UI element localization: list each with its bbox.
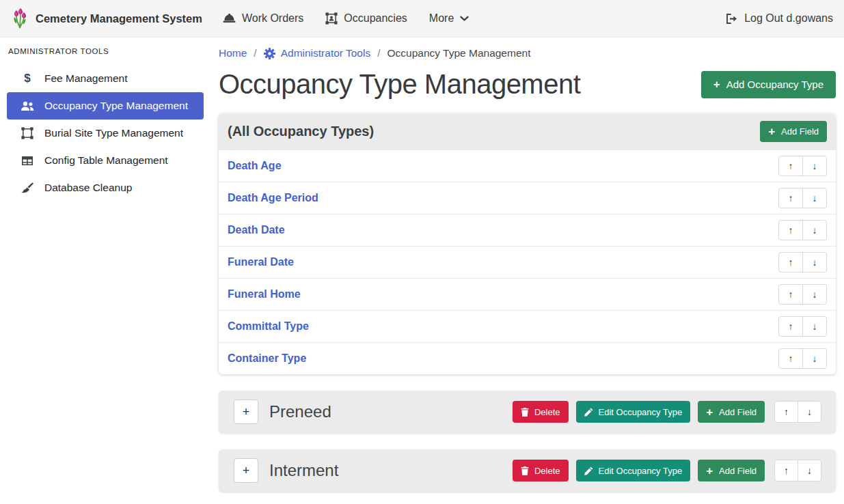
section-title: Interment xyxy=(269,461,513,480)
field-row: Death Date ↑ ↓ xyxy=(219,214,836,246)
edit-occupancy-type-label: Edit Occupancy Type xyxy=(599,407,683,417)
add-occupancy-type-button[interactable]: + Add Occupancy Type xyxy=(701,71,836,98)
delete-label: Delete xyxy=(534,407,560,417)
move-up-button[interactable]: ↑ xyxy=(778,284,803,305)
nav-item-more[interactable]: More xyxy=(418,12,480,25)
nav-label: Work Orders xyxy=(242,12,303,25)
sidebar-item-label: Burial Site Type Management xyxy=(44,127,183,139)
navbar-links: Work Orders Occupancies More xyxy=(212,12,480,25)
users-icon xyxy=(19,101,36,111)
move-up-button[interactable]: ↑ xyxy=(778,220,803,240)
sidebar-item-label: Database Cleanup xyxy=(44,182,132,194)
plus-icon: + xyxy=(713,79,720,90)
delete-button[interactable]: Delete xyxy=(513,401,569,423)
field-row: Container Type ↑ ↓ xyxy=(219,342,836,374)
edit-occupancy-type-button[interactable]: Edit Occupancy Type xyxy=(576,401,691,423)
edit-occupancy-type-label: Edit Occupancy Type xyxy=(599,466,683,476)
expand-section-button[interactable]: + xyxy=(234,458,258,483)
reorder-button-group: ↑ ↓ xyxy=(778,284,827,305)
breadcrumb-admin-tools-link[interactable]: Administrator Tools xyxy=(264,47,371,59)
expand-section-button[interactable]: + xyxy=(234,400,258,424)
move-up-button[interactable]: ↑ xyxy=(778,348,803,369)
logout-button[interactable]: Log Out d.gowans xyxy=(726,12,833,25)
delete-button[interactable]: Delete xyxy=(513,460,569,481)
edit-occupancy-type-button[interactable]: Edit Occupancy Type xyxy=(576,460,691,481)
add-field-label: Add Field xyxy=(781,126,819,137)
broom-icon xyxy=(19,182,36,193)
reorder-button-group: ↑ ↓ xyxy=(778,316,827,337)
reorder-button-group: ↑ ↓ xyxy=(778,348,827,369)
all-occupancy-types-title: (All Occupancy Types) xyxy=(228,124,374,139)
sidebar-item-label: Fee Management xyxy=(44,72,128,85)
reorder-button-group: ↑ ↓ xyxy=(778,188,827,208)
move-up-button[interactable]: ↑ xyxy=(774,460,798,481)
add-field-button[interactable]: + Add Field xyxy=(760,121,827,142)
plus-icon: + xyxy=(706,465,713,477)
field-row: Funeral Home ↑ ↓ xyxy=(219,278,836,310)
move-up-button[interactable]: ↑ xyxy=(774,401,798,423)
field-link[interactable]: Funeral Home xyxy=(228,288,301,300)
add-occupancy-type-label: Add Occupancy Type xyxy=(726,79,823,90)
breadcrumb-home-link[interactable]: Home xyxy=(219,47,247,59)
move-up-button[interactable]: ↑ xyxy=(778,252,803,272)
reorder-button-group: ↑ ↓ xyxy=(778,220,827,240)
add-field-label: Add Field xyxy=(719,407,757,417)
nav-label: Occupancies xyxy=(344,12,407,25)
move-down-button[interactable]: ↓ xyxy=(798,401,821,423)
field-row: Death Age ↑ ↓ xyxy=(219,150,836,182)
top-navbar: Cemetery Management System Work Orders xyxy=(0,0,844,38)
sign-out-icon xyxy=(726,14,738,24)
tulips-logo-icon xyxy=(11,8,29,29)
move-down-button[interactable]: ↓ xyxy=(802,252,827,272)
occupancy-type-section-bar: + Interment Delete xyxy=(219,449,836,492)
nav-item-work-orders[interactable]: Work Orders xyxy=(212,12,314,25)
move-up-button[interactable]: ↑ xyxy=(778,316,803,337)
nav-label: More xyxy=(429,12,454,25)
breadcrumb-admin-label: Administrator Tools xyxy=(281,47,371,59)
move-down-button[interactable]: ↓ xyxy=(802,316,827,337)
trash-icon xyxy=(521,408,529,417)
move-down-button[interactable]: ↓ xyxy=(802,220,827,240)
move-down-button[interactable]: ↓ xyxy=(798,460,821,481)
sidebar-item-burial-site-type-management[interactable]: Burial Site Type Management xyxy=(7,120,204,147)
sidebar-item-config-table-management[interactable]: Config Table Management xyxy=(7,147,204,174)
add-field-button[interactable]: + Add Field xyxy=(698,460,765,481)
field-row: Committal Type ↑ ↓ xyxy=(219,310,836,342)
field-link[interactable]: Funeral Date xyxy=(228,256,294,268)
move-up-button[interactable]: ↑ xyxy=(778,156,803,176)
chevron-down-icon xyxy=(460,16,469,22)
main-content: Home / Ad xyxy=(212,38,844,504)
field-link[interactable]: Death Date xyxy=(228,224,285,236)
occupancy-frame-icon xyxy=(325,12,338,25)
field-link[interactable]: Committal Type xyxy=(228,320,309,333)
add-field-label: Add Field xyxy=(719,466,757,476)
sidebar: ADMINISTRATOR TOOLS $ Fee Management Occ… xyxy=(0,38,212,504)
sidebar-item-occupancy-type-management[interactable]: Occupancy Type Management xyxy=(7,92,204,120)
breadcrumb-separator: / xyxy=(254,47,256,59)
app-title: Cemetery Management System xyxy=(36,12,202,25)
move-down-button[interactable]: ↓ xyxy=(802,188,827,208)
move-down-button[interactable]: ↓ xyxy=(802,348,827,369)
field-link[interactable]: Death Age Period xyxy=(228,192,318,204)
move-down-button[interactable]: ↓ xyxy=(802,156,827,176)
field-link[interactable]: Container Type xyxy=(228,352,306,365)
field-row: Death Age Period ↑ ↓ xyxy=(219,182,836,214)
move-up-button[interactable]: ↑ xyxy=(778,188,803,208)
dollar-sign-icon: $ xyxy=(19,72,36,85)
breadcrumb-separator: / xyxy=(377,47,380,59)
move-down-button[interactable]: ↓ xyxy=(802,284,827,305)
reorder-button-group: ↑ ↓ xyxy=(774,401,821,423)
sidebar-item-database-cleanup[interactable]: Database Cleanup xyxy=(7,174,204,201)
sidebar-heading: ADMINISTRATOR TOOLS xyxy=(8,47,204,55)
app-brand[interactable]: Cemetery Management System xyxy=(11,8,202,29)
nav-item-occupancies[interactable]: Occupancies xyxy=(314,12,418,25)
field-link[interactable]: Death Age xyxy=(228,160,282,172)
add-field-button[interactable]: + Add Field xyxy=(698,401,765,423)
breadcrumb: Home / Ad xyxy=(219,47,836,59)
plus-icon: + xyxy=(768,126,775,137)
field-row: Funeral Date ↑ ↓ xyxy=(219,246,836,278)
section-actions: Delete Edit Occupancy Type + A xyxy=(513,460,821,481)
hard-hat-icon xyxy=(223,13,236,24)
reorder-button-group: ↑ ↓ xyxy=(778,252,827,272)
sidebar-item-fee-management[interactable]: $ Fee Management xyxy=(7,65,204,92)
